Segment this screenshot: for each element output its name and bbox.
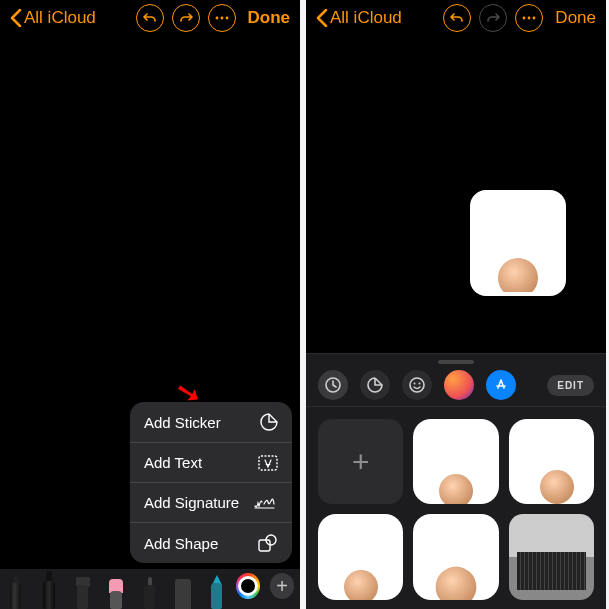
sticker-tab-icon <box>366 376 384 394</box>
laptop-sticker <box>509 514 594 599</box>
appstore-icon <box>494 378 508 392</box>
tab-recents[interactable] <box>318 370 348 400</box>
sticker-cell[interactable]: T A K E <box>318 514 403 599</box>
add-text-item[interactable]: Add Text <box>130 443 292 483</box>
undo-icon <box>143 11 157 25</box>
tab-appstore[interactable] <box>486 370 516 400</box>
menu-label: Add Signature <box>144 494 239 511</box>
chevron-left-icon <box>316 9 328 27</box>
sticker-cell[interactable]: T A K E <box>413 514 498 599</box>
edit-button[interactable]: EDIT <box>547 375 594 396</box>
tab-emoji[interactable] <box>402 370 432 400</box>
tab-stickers[interactable] <box>360 370 390 400</box>
marker-tool[interactable] <box>35 567 62 609</box>
undo-icon <box>450 11 464 25</box>
add-sticker-cell[interactable]: + <box>318 419 403 504</box>
plus-icon: + <box>352 445 370 479</box>
redo-button <box>479 4 507 32</box>
sticker-person: T A K E <box>474 194 562 292</box>
menu-label: Add Text <box>144 454 202 471</box>
svg-point-0 <box>215 17 218 20</box>
eraser-tool[interactable] <box>102 573 129 609</box>
back-button[interactable]: All iCloud <box>10 8 96 28</box>
add-button[interactable]: + <box>270 573 294 599</box>
tab-photos[interactable] <box>444 370 474 400</box>
add-signature-item[interactable]: Add Signature <box>130 483 292 523</box>
redo-icon <box>179 11 193 25</box>
sticker-drawer: EDIT + T A K E T A K E T A K E T A K E <box>306 353 606 609</box>
chevron-left-icon <box>10 9 22 27</box>
svg-point-8 <box>533 17 536 20</box>
smiley-icon <box>408 376 426 394</box>
lasso-tool[interactable] <box>136 573 163 609</box>
add-shape-item[interactable]: Add Shape <box>130 523 292 563</box>
redo-button[interactable] <box>172 4 200 32</box>
pen-tool[interactable] <box>2 573 29 609</box>
sticker-cell[interactable]: T A K E <box>413 419 498 504</box>
sticker-cell[interactable]: T A K E <box>509 419 594 504</box>
sticker-icon <box>260 413 278 431</box>
more-icon <box>215 16 229 20</box>
more-button[interactable] <box>208 4 236 32</box>
screenshot-left: All iCloud Done ➘ Add Sticker Add Text <box>0 0 300 609</box>
redo-icon <box>486 11 500 25</box>
svg-rect-4 <box>259 540 270 551</box>
undo-button[interactable] <box>443 4 471 32</box>
nav-bar-actions: Done <box>443 4 596 32</box>
sticker-tabs: EDIT <box>306 368 606 407</box>
markup-toolbar: + <box>0 569 300 609</box>
more-button[interactable] <box>515 4 543 32</box>
done-button[interactable]: Done <box>248 8 291 28</box>
add-menu: Add Sticker Add Text Add Signature Add S… <box>130 402 292 563</box>
back-label: All iCloud <box>24 8 96 28</box>
sticker-cell[interactable] <box>509 514 594 599</box>
svg-point-2 <box>225 17 228 20</box>
clock-icon <box>324 376 342 394</box>
screenshot-right: All iCloud Done T A K E <box>306 0 606 609</box>
svg-point-6 <box>523 17 526 20</box>
nav-bar: All iCloud Done <box>0 0 300 42</box>
add-sticker-item[interactable]: Add Sticker <box>130 402 292 443</box>
highlighter-tool[interactable] <box>69 573 96 609</box>
menu-label: Add Sticker <box>144 414 221 431</box>
undo-button[interactable] <box>136 4 164 32</box>
svg-point-1 <box>220 17 223 20</box>
color-picker-button[interactable] <box>236 573 260 599</box>
placed-sticker[interactable]: T A K E <box>470 190 566 296</box>
more-icon <box>522 16 536 20</box>
svg-point-11 <box>414 383 416 385</box>
svg-point-10 <box>410 378 424 392</box>
done-button[interactable]: Done <box>555 8 596 28</box>
drawer-handle[interactable] <box>438 360 474 364</box>
nav-bar-actions: Done <box>136 4 291 32</box>
sticker-grid: + T A K E T A K E T A K E T A K E <box>306 407 606 600</box>
svg-point-7 <box>528 17 531 20</box>
text-box-icon <box>258 455 278 471</box>
pencil-tool[interactable] <box>203 573 230 609</box>
sticker-head <box>498 258 538 292</box>
svg-point-12 <box>419 383 421 385</box>
shape-icon <box>258 534 278 552</box>
back-button[interactable]: All iCloud <box>316 8 402 28</box>
nav-bar: All iCloud Done <box>306 0 606 42</box>
menu-label: Add Shape <box>144 535 218 552</box>
signature-icon <box>254 496 278 510</box>
ruler-tool[interactable] <box>169 573 196 609</box>
back-label: All iCloud <box>330 8 402 28</box>
